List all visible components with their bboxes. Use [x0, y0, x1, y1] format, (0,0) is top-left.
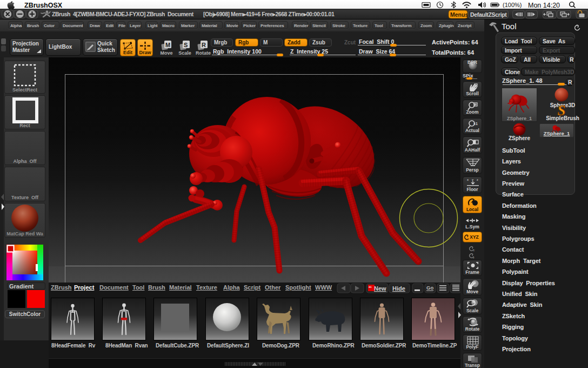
- svg-text:z: z: [477, 178, 478, 181]
- svg-text:ZBrush Document: ZBrush Document: [146, 11, 194, 17]
- svg-text:R: R: [202, 42, 206, 48]
- svg-text:[Obj▸6908] Mem▸419+6 Free▸2668: [Obj▸6908] Mem▸419+6 Free▸2668 ZTime▸00:…: [203, 11, 335, 17]
- svg-text:z: z: [473, 256, 475, 259]
- svg-text:M: M: [165, 42, 170, 48]
- svg-text:x1: x1: [473, 122, 478, 126]
- svg-text:x: x: [467, 178, 469, 181]
- svg-text:ZBrushOSX: ZBrushOSX: [24, 2, 63, 9]
- svg-text:New: New: [374, 285, 386, 292]
- svg-text:Go: Go: [426, 285, 433, 291]
- svg-text:y: y: [472, 178, 474, 181]
- svg-text:DefaultZScript: DefaultZScript: [470, 11, 507, 18]
- svg-text:*¹: *¹: [369, 285, 372, 290]
- svg-text:Menus: Menus: [450, 11, 468, 18]
- svg-text:S: S: [184, 42, 188, 48]
- svg-text:Hide: Hide: [392, 285, 405, 292]
- svg-text:ZBrush 4[ZWBM-BMCU-ADEJ-FYXO]: ZBrush 4[ZWBM-BMCU-ADEJ-FYXO]: [52, 11, 145, 17]
- svg-text:Mon 14:20: Mon 14:20: [528, 2, 560, 9]
- svg-text:(100%): (100%): [503, 2, 522, 8]
